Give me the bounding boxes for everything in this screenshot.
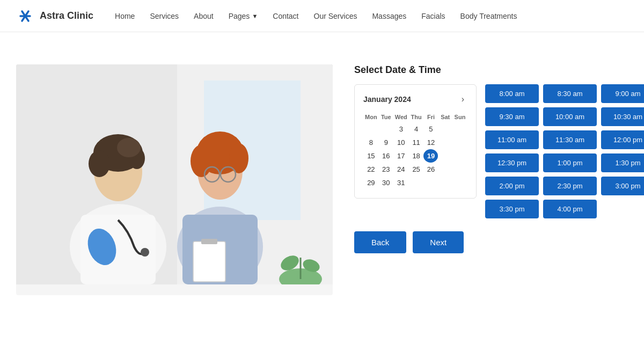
calendar-day[interactable]: 30	[379, 176, 393, 189]
time-slot-button[interactable]: 1:30 pm	[601, 153, 644, 172]
image-panel	[16, 64, 333, 295]
calendar-day	[452, 149, 467, 163]
calendar-day	[363, 122, 379, 136]
calendar-day[interactable]: 29	[363, 176, 379, 189]
time-slot-button[interactable]: 11:30 am	[543, 130, 597, 149]
calendar-day[interactable]: 4	[409, 122, 424, 136]
calendar-day	[452, 122, 467, 136]
back-button[interactable]: Back	[354, 231, 406, 253]
calendar-day	[452, 163, 467, 176]
calendar-day[interactable]: 10	[393, 136, 409, 149]
calendar-body: 3458910111215161718192223242526293031	[363, 122, 467, 189]
svg-point-13	[117, 138, 141, 157]
calendar-day[interactable]: 3	[393, 122, 409, 136]
calendar-day[interactable]: 16	[379, 149, 393, 163]
calendar-day[interactable]: 8	[363, 136, 379, 149]
nav-body-treatments[interactable]: Body Treatments	[460, 12, 517, 20]
calendar-week-row: 293031	[363, 176, 467, 189]
time-slot-button[interactable]: 3:30 pm	[485, 200, 539, 218]
nav-home[interactable]: Home	[115, 12, 135, 20]
calendar-day	[409, 176, 424, 189]
navbar: Astra Clinic Home Services About Pages ▼…	[0, 0, 644, 32]
calendar-grid: Mon Tue Wed Thu Fri Sat Sun 345891011121…	[363, 112, 467, 189]
weekday-sat: Sat	[438, 112, 452, 122]
calendar-day[interactable]: 9	[379, 136, 393, 149]
nav-facials[interactable]: Facials	[421, 12, 445, 20]
main-content: Select Date & Time January 2024 › Mon Tu…	[0, 32, 644, 317]
nav-massages[interactable]: Massages	[372, 12, 406, 20]
pages-chevron-icon: ▼	[252, 13, 258, 19]
time-slot-button[interactable]: 2:00 pm	[485, 177, 539, 195]
calendar-day[interactable]: 19	[423, 149, 438, 163]
nav-about[interactable]: About	[194, 12, 214, 20]
calendar-day[interactable]: 24	[393, 163, 409, 176]
time-slot-button[interactable]: 10:30 am	[601, 107, 644, 126]
brand-name: Astra Clinic	[40, 10, 93, 21]
calendar-next-btn[interactable]: ›	[458, 93, 467, 105]
time-slot-button[interactable]: 3:00 pm	[601, 177, 644, 195]
weekday-wed: Wed	[393, 112, 409, 122]
nav-links: Home Services About Pages ▼ Contact Our …	[115, 11, 517, 21]
calendar-day[interactable]: 26	[423, 163, 438, 176]
logo-icon	[16, 7, 34, 25]
calendar-day	[438, 163, 452, 176]
calendar-week-row: 2223242526	[363, 163, 467, 176]
weekday-thu: Thu	[409, 112, 424, 122]
calendar-day[interactable]: 18	[409, 149, 424, 163]
svg-rect-27	[201, 239, 217, 244]
time-slot-button[interactable]: 8:00 am	[485, 84, 539, 103]
calendar-day	[438, 176, 452, 189]
time-slot-button[interactable]: 12:00 pm	[601, 130, 644, 149]
calendar-day	[379, 122, 393, 136]
svg-point-20	[191, 145, 212, 177]
calendar-week-row: 1516171819	[363, 149, 467, 163]
time-slot-button[interactable]: 1:00 pm	[543, 153, 597, 172]
time-slot-button[interactable]: 2:30 pm	[543, 177, 597, 195]
calendar-day[interactable]: 17	[393, 149, 409, 163]
calendar-header: January 2024 ›	[363, 93, 467, 105]
next-button[interactable]: Next	[413, 231, 464, 253]
time-slot-button[interactable]: 12:30 pm	[485, 153, 539, 172]
nav-contact[interactable]: Contact	[273, 12, 298, 20]
calendar-day[interactable]: 12	[423, 136, 438, 149]
calendar-day	[438, 136, 452, 149]
weekday-fri: Fri	[423, 112, 438, 122]
svg-rect-26	[193, 241, 225, 282]
doctor-illustration	[16, 64, 333, 284]
nav-services[interactable]: Services	[150, 12, 179, 20]
calendar-day	[452, 176, 467, 189]
calendar-day[interactable]: 22	[363, 163, 379, 176]
time-slot-button[interactable]: 9:00 am	[601, 84, 644, 103]
action-buttons: Back Next	[354, 231, 644, 253]
calendar-time-row: January 2024 › Mon Tue Wed Thu Fri Sat S…	[354, 84, 644, 218]
time-slot-button[interactable]: 11:00 am	[485, 130, 539, 149]
time-slot-button[interactable]: 4:00 pm	[543, 200, 597, 218]
calendar-week-row: 89101112	[363, 136, 467, 149]
calendar-day[interactable]: 31	[393, 176, 409, 189]
time-slot-button[interactable]: 8:30 am	[543, 84, 597, 103]
brand-logo[interactable]: Astra Clinic	[16, 7, 93, 25]
calendar-week-row: 345	[363, 122, 467, 136]
calendar-day	[438, 122, 452, 136]
time-slot-button[interactable]: 10:00 am	[543, 107, 597, 126]
time-slot-button[interactable]: 9:30 am	[485, 107, 539, 126]
calendar-day[interactable]: 15	[363, 149, 379, 163]
calendar-day[interactable]: 25	[409, 163, 424, 176]
time-slots-grid: 8:00 am8:30 am9:00 am9:30 am10:00 am10:3…	[485, 84, 644, 218]
calendar-weekday-row: Mon Tue Wed Thu Fri Sat Sun	[363, 112, 467, 122]
weekday-sun: Sun	[452, 112, 467, 122]
calendar-day[interactable]: 5	[423, 122, 438, 136]
calendar-day	[438, 149, 452, 163]
nav-pages[interactable]: Pages ▼	[229, 12, 258, 20]
svg-point-16	[141, 248, 149, 257]
nav-our-services[interactable]: Our Services	[314, 12, 357, 20]
calendar: January 2024 › Mon Tue Wed Thu Fri Sat S…	[354, 84, 477, 199]
doctor-image	[16, 64, 333, 284]
weekday-tue: Tue	[379, 112, 393, 122]
calendar-day[interactable]: 23	[379, 163, 393, 176]
calendar-day[interactable]: 11	[409, 136, 424, 149]
calendar-month-year: January 2024	[363, 95, 411, 104]
section-title: Select Date & Time	[354, 64, 644, 76]
svg-point-11	[89, 150, 110, 177]
nav-pages-link[interactable]: Pages	[229, 12, 250, 20]
